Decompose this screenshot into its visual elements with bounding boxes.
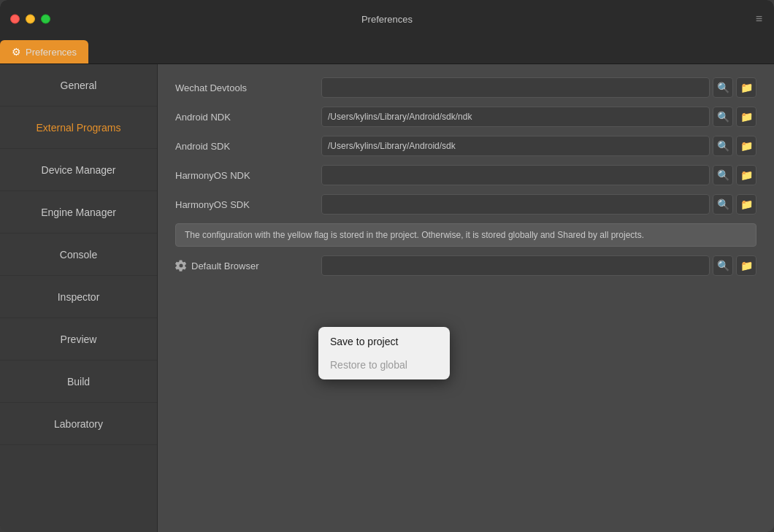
search-btn-wechat[interactable]: 🔍 (713, 77, 733, 98)
sidebar: General External Programs Device Manager… (0, 64, 158, 532)
search-btn-android-ndk[interactable]: 🔍 (713, 107, 733, 127)
folder-btn-harmony-ndk[interactable]: 📁 (736, 165, 756, 185)
form-row-wechat: Wechat Devtools 🔍 📁 (175, 77, 756, 98)
input-group-android-ndk: 🔍 📁 (321, 107, 756, 127)
label-harmony-ndk: HarmonyOS NDK (175, 170, 321, 181)
search-btn-harmony-ndk[interactable]: 🔍 (713, 165, 733, 185)
folder-icon: 📁 (740, 111, 753, 123)
label-android-sdk: Android SDK (175, 141, 321, 152)
sidebar-label-console: Console (60, 249, 97, 261)
tab-preferences[interactable]: ⚙ Preferences (0, 40, 88, 63)
search-icon: 🔍 (717, 82, 729, 93)
folder-btn-wechat[interactable]: 📁 (736, 77, 756, 98)
sidebar-label-preview: Preview (61, 334, 97, 345)
minimize-button[interactable] (26, 15, 35, 24)
sidebar-item-build[interactable]: Build (0, 361, 157, 403)
menu-icon[interactable]: ≡ (756, 12, 762, 26)
content-area: Wechat Devtools 🔍 📁 Android NDK 🔍 📁 (158, 64, 774, 532)
input-android-ndk[interactable] (321, 107, 710, 127)
input-group-harmony-sdk: 🔍 📁 (321, 194, 756, 215)
folder-icon: 📁 (740, 260, 753, 271)
folder-btn-harmony-sdk[interactable]: 📁 (736, 194, 756, 215)
tab-bar: ⚙ Preferences (0, 38, 774, 64)
input-group-harmony-ndk: 🔍 📁 (321, 165, 756, 185)
form-row-harmony-ndk: HarmonyOS NDK 🔍 📁 (175, 165, 756, 185)
folder-icon: 📁 (740, 82, 753, 93)
label-android-ndk: Android NDK (175, 112, 321, 123)
tab-preferences-label: Preferences (26, 47, 77, 58)
info-bar-text: The configuration with the yellow flag i… (185, 230, 644, 240)
sidebar-label-laboratory: Laboratory (54, 418, 103, 430)
folder-icon: 📁 (740, 169, 753, 181)
context-menu-save-label: Save to project (330, 336, 398, 347)
main-area: General External Programs Device Manager… (0, 64, 774, 532)
folder-btn-android-sdk[interactable]: 📁 (736, 136, 756, 156)
label-default-browser: Default Browser (191, 261, 258, 271)
search-icon: 🔍 (717, 198, 729, 210)
window-title: Preferences (361, 14, 413, 25)
label-harmony-sdk: HarmonyOS SDK (175, 199, 321, 210)
sidebar-label-engine-manager: Engine Manager (41, 207, 116, 218)
sidebar-item-laboratory[interactable]: Laboratory (0, 403, 157, 445)
sidebar-item-device-manager[interactable]: Device Manager (0, 149, 157, 191)
context-menu: Save to project Restore to global (318, 327, 450, 379)
sidebar-label-external-programs: External Programs (37, 122, 121, 134)
folder-icon: 📁 (740, 140, 753, 152)
sidebar-label-device-manager: Device Manager (42, 164, 116, 176)
search-btn-default-browser[interactable]: 🔍 (713, 255, 733, 276)
sidebar-label-inspector: Inspector (58, 291, 100, 303)
folder-btn-default-browser[interactable]: 📁 (736, 255, 756, 276)
input-group-default-browser: 🔍 📁 (321, 255, 756, 276)
label-wechat: Wechat Devtools (175, 82, 321, 93)
search-icon: 🔍 (717, 111, 729, 123)
input-wechat[interactable] (321, 77, 710, 98)
search-icon: 🔍 (717, 260, 729, 271)
input-group-android-sdk: 🔍 📁 (321, 136, 756, 156)
sidebar-item-engine-manager[interactable]: Engine Manager (0, 191, 157, 234)
context-menu-item-save[interactable]: Save to project (318, 330, 450, 353)
sidebar-label-general: General (61, 80, 97, 91)
traffic-lights (10, 15, 50, 24)
search-icon: 🔍 (717, 140, 729, 152)
maximize-button[interactable] (41, 15, 50, 24)
form-row-default-browser: Default Browser 🔍 📁 (175, 255, 756, 276)
search-icon: 🔍 (717, 169, 729, 181)
sidebar-item-preview[interactable]: Preview (0, 318, 157, 361)
form-row-android-sdk: Android SDK 🔍 📁 (175, 136, 756, 156)
input-group-wechat: 🔍 📁 (321, 77, 756, 98)
gear-tab-icon: ⚙ (12, 46, 21, 58)
input-default-browser[interactable] (321, 255, 710, 276)
sidebar-item-console[interactable]: Console (0, 234, 157, 276)
folder-btn-android-ndk[interactable]: 📁 (736, 107, 756, 127)
title-bar: Preferences ≡ (0, 0, 774, 38)
sidebar-item-external-programs[interactable]: External Programs (0, 107, 157, 149)
context-menu-item-restore: Restore to global (318, 353, 450, 377)
form-row-harmony-sdk: HarmonyOS SDK 🔍 📁 (175, 194, 756, 215)
search-btn-harmony-sdk[interactable]: 🔍 (713, 194, 733, 215)
sidebar-item-general[interactable]: General (0, 64, 157, 107)
context-menu-restore-label: Restore to global (330, 359, 407, 371)
form-row-android-ndk: Android NDK 🔍 📁 (175, 107, 756, 127)
input-harmony-ndk[interactable] (321, 165, 710, 185)
gear-icon (175, 260, 187, 271)
close-button[interactable] (10, 15, 20, 24)
folder-icon: 📁 (740, 198, 753, 210)
sidebar-label-build: Build (67, 376, 90, 388)
info-bar: The configuration with the yellow flag i… (175, 223, 756, 247)
input-harmony-sdk[interactable] (321, 194, 710, 215)
gear-label-group: Default Browser (175, 260, 321, 271)
input-android-sdk[interactable] (321, 136, 710, 156)
sidebar-item-inspector[interactable]: Inspector (0, 276, 157, 318)
search-btn-android-sdk[interactable]: 🔍 (713, 136, 733, 156)
